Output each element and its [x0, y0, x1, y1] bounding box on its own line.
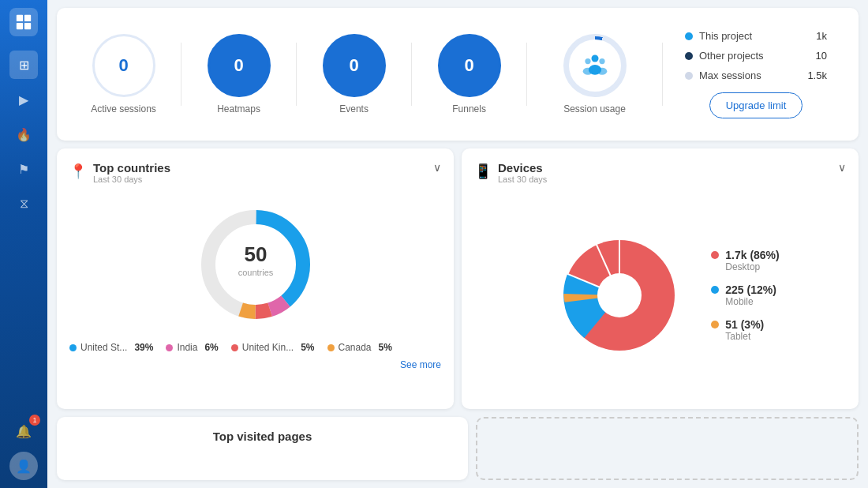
- max-sessions-dot: [685, 72, 693, 80]
- canada-dot: [327, 344, 335, 351]
- mobile-count: 225 (12%): [725, 283, 776, 296]
- stat-active-sessions: 0 Active sessions: [73, 34, 174, 114]
- us-name: United St...: [80, 342, 127, 353]
- stat-heatmaps: 0 Heatmaps: [188, 34, 290, 114]
- sidebar-item-dashboard[interactable]: ⊞: [9, 51, 38, 79]
- svg-point-4: [591, 55, 598, 62]
- bottom-row: Top visited pages: [57, 417, 859, 480]
- india-pct: 6%: [204, 342, 218, 353]
- mobile-label: Mobile: [725, 296, 776, 307]
- legend-row-this-project: This project 1k: [685, 30, 827, 42]
- us-dot: [69, 344, 77, 351]
- divider-4: [526, 43, 527, 106]
- devices-pie-chart: [541, 216, 698, 374]
- india-dot: [166, 344, 173, 351]
- countries-donut-wrap: 50 countries: [69, 193, 441, 336]
- events-value: 0: [349, 55, 358, 76]
- mobile-icon: 📱: [474, 163, 492, 180]
- top-countries-title: Top countries: [93, 161, 170, 175]
- desktop-label: Desktop: [725, 261, 779, 272]
- sidebar-item-filters[interactable]: ⧖: [9, 190, 38, 218]
- this-project-label: This project: [699, 30, 810, 42]
- legend-row-other-projects: Other projects 10: [685, 50, 827, 62]
- upgrade-limit-button[interactable]: Upgrade limit: [709, 92, 803, 118]
- devices-chevron[interactable]: ∨: [838, 161, 846, 174]
- legend-row-max-sessions: Max sessions 1.5k: [685, 69, 827, 81]
- us-pct: 39%: [134, 342, 153, 353]
- countries-donut-chart: 50 countries: [193, 201, 319, 328]
- active-sessions-label: Active sessions: [91, 103, 156, 114]
- top-countries-header: 📍 Top countries Last 30 days ∨: [69, 161, 441, 184]
- tablet-label: Tablet: [725, 331, 764, 342]
- devices-title-text: Devices Last 30 days: [498, 161, 547, 184]
- events-circle: 0: [323, 34, 386, 97]
- stat-events: 0 Events: [303, 34, 405, 114]
- devices-subtitle: Last 30 days: [498, 175, 547, 184]
- logo[interactable]: [9, 8, 38, 36]
- svg-rect-2: [17, 23, 23, 29]
- other-projects-dot: [685, 52, 693, 60]
- heatmaps-circle: 0: [208, 34, 271, 97]
- desktop-count: 1.7k (86%): [725, 249, 779, 261]
- devices-title-group: 📱 Devices Last 30 days: [474, 161, 547, 184]
- divider-3: [411, 43, 412, 106]
- device-legend: 1.7k (86%) Desktop 225 (12%) Mobile: [711, 249, 779, 342]
- top-countries-panel: 📍 Top countries Last 30 days ∨: [57, 148, 454, 409]
- canada-name: Canada: [339, 342, 372, 353]
- top-countries-title-text: Top countries Last 30 days: [93, 161, 170, 184]
- funnels-label: Funnels: [452, 103, 486, 114]
- this-project-value: 1k: [816, 30, 827, 42]
- user-avatar[interactable]: 👤: [9, 452, 38, 480]
- svg-rect-3: [24, 23, 31, 29]
- device-item-desktop: 1.7k (86%) Desktop: [711, 249, 779, 272]
- country-item-us: United St... 39%: [69, 342, 153, 353]
- top-countries-chevron[interactable]: ∨: [433, 161, 441, 174]
- svg-point-7: [582, 68, 593, 75]
- divider-1: [181, 43, 181, 106]
- uk-name: United Kin...: [242, 342, 294, 353]
- devices-content: 1.7k (86%) Desktop 225 (12%) Mobile: [474, 193, 846, 396]
- svg-point-9: [597, 68, 607, 75]
- desktop-info: 1.7k (86%) Desktop: [725, 249, 779, 272]
- sidebar-item-heatmaps[interactable]: 🔥: [9, 120, 38, 148]
- device-item-tablet: 51 (3%) Tablet: [711, 318, 779, 342]
- svg-text:countries: countries: [238, 268, 273, 277]
- max-sessions-value: 1.5k: [807, 69, 827, 81]
- country-item-india: India 6%: [166, 342, 218, 353]
- uk-dot: [231, 344, 238, 351]
- sidebar-item-play[interactable]: ▶: [9, 85, 38, 114]
- this-project-dot: [685, 32, 693, 40]
- country-legend: United St... 39% India 6% United Kin... …: [69, 342, 441, 370]
- other-projects-label: Other projects: [699, 50, 810, 62]
- top-countries-title-group: 📍 Top countries Last 30 days: [69, 161, 170, 184]
- tablet-info: 51 (3%) Tablet: [725, 318, 764, 342]
- svg-rect-0: [17, 15, 23, 21]
- devices-panel: 📱 Devices Last 30 days ∨: [462, 148, 859, 409]
- uk-pct: 5%: [301, 342, 314, 353]
- sidebar: ⊞ ▶ 🔥 ⚑ ⧖ 🔔 1 👤: [0, 0, 47, 488]
- heatmaps-value: 0: [234, 55, 243, 76]
- notifications-wrap: 🔔 1: [9, 417, 38, 445]
- funnels-circle: 0: [438, 34, 501, 97]
- divider-2: [296, 43, 297, 106]
- sidebar-item-flags[interactable]: ⚑: [9, 155, 38, 183]
- top-pages-card: Top visited pages: [57, 417, 468, 480]
- events-label: Events: [339, 103, 369, 114]
- active-sessions-value: 0: [118, 55, 128, 76]
- svg-point-6: [585, 58, 590, 64]
- panels-row: 📍 Top countries Last 30 days ∨: [57, 148, 859, 409]
- stat-funnels: 0 Funnels: [418, 34, 520, 114]
- people-icon: [581, 51, 609, 80]
- desktop-dot: [711, 251, 719, 259]
- see-more-link[interactable]: See more: [400, 359, 441, 370]
- india-name: India: [177, 342, 197, 353]
- device-item-mobile: 225 (12%) Mobile: [711, 283, 779, 307]
- heatmaps-label: Heatmaps: [217, 103, 260, 114]
- tablet-dot: [711, 321, 719, 328]
- country-item-canada: Canada 5%: [327, 342, 392, 353]
- notification-badge: 1: [29, 415, 40, 426]
- tablet-count: 51 (3%): [725, 318, 764, 331]
- active-sessions-circle: 0: [92, 34, 155, 97]
- top-pages-title: Top visited pages: [73, 430, 452, 443]
- divider-5: [662, 43, 663, 106]
